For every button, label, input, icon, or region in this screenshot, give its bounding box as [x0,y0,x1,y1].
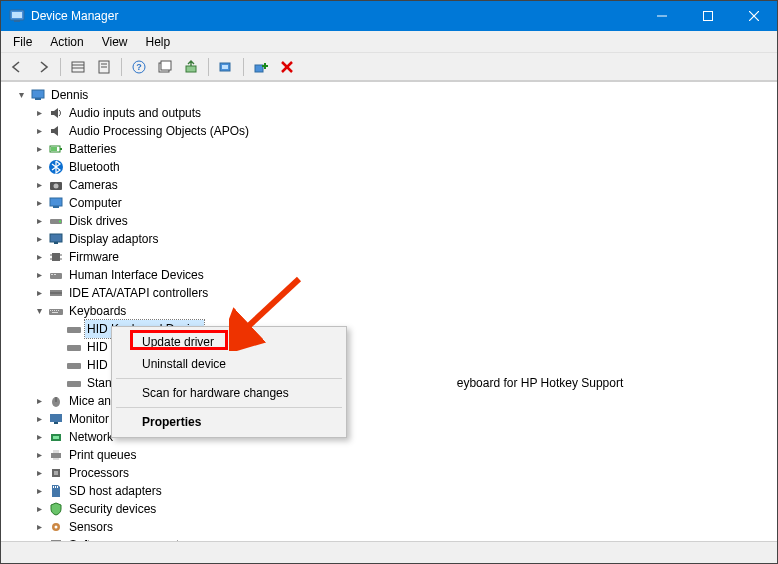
add-legacy-button[interactable] [249,56,273,78]
chevron-right-icon[interactable]: ▸ [33,521,45,533]
update-driver-button[interactable] [179,56,203,78]
ctx-update-driver[interactable]: Update driver [114,331,344,353]
svg-rect-69 [53,486,54,488]
chip-icon [48,249,64,265]
svg-rect-53 [52,312,58,313]
uninstall-button[interactable] [275,56,299,78]
svg-rect-66 [53,458,59,460]
ctx-uninstall[interactable]: Uninstall device [114,353,344,375]
cat-cameras[interactable]: ▸Cameras [3,176,775,194]
cat-firmware[interactable]: ▸Firmware [3,248,775,266]
svg-rect-20 [255,65,263,72]
menu-bar: File Action View Help [1,31,777,53]
svg-rect-16 [161,61,171,70]
camera-icon [48,177,64,193]
chevron-right-icon[interactable]: ▸ [33,269,45,281]
mouse-icon [48,393,64,409]
menu-view[interactable]: View [94,33,136,51]
svg-rect-51 [56,310,57,311]
svg-rect-48 [50,310,51,311]
keyboard-icon [48,303,64,319]
svg-rect-26 [60,148,62,150]
maximize-button[interactable] [685,1,731,31]
svg-rect-2 [14,20,20,22]
cat-apo[interactable]: ▸Audio Processing Objects (APOs) [3,122,775,140]
title-bar: Device Manager [1,1,777,31]
device-partial-label: eyboard for HP Hotkey Support [457,374,624,392]
svg-rect-52 [58,310,59,311]
chevron-right-icon[interactable]: ▸ [33,413,45,425]
ctx-scan[interactable]: Scan for hardware changes [114,382,344,404]
svg-rect-63 [53,436,59,439]
ctx-separator [116,378,342,379]
status-bar [1,541,777,563]
svg-rect-32 [53,206,59,208]
chevron-right-icon[interactable]: ▸ [33,107,45,119]
ctx-properties[interactable]: Properties [114,411,344,433]
menu-action[interactable]: Action [42,33,91,51]
svg-rect-27 [51,147,57,151]
device-tree-pane[interactable]: ▾ Dennis ▸Audio inputs and outputs ▸Audi… [1,81,777,541]
cat-keyboards[interactable]: ▾Keyboards [3,302,775,320]
tree-root[interactable]: ▾ Dennis [3,86,775,104]
menu-file[interactable]: File [5,33,40,51]
printer-icon [48,447,64,463]
cat-sensors[interactable]: ▸Sensors [3,518,775,536]
toolbar: ? [1,53,777,81]
chevron-right-icon[interactable]: ▸ [33,125,45,137]
display-icon [48,231,64,247]
show-hide-tree-button[interactable] [66,56,90,78]
chevron-right-icon[interactable]: ▸ [33,251,45,263]
chevron-right-icon[interactable]: ▸ [33,431,45,443]
cat-computer[interactable]: ▸Computer [3,194,775,212]
cat-processors[interactable]: ▸Processors [3,464,775,482]
action-button[interactable] [153,56,177,78]
cat-audio-io[interactable]: ▸Audio inputs and outputs [3,104,775,122]
chevron-right-icon[interactable]: ▸ [33,233,45,245]
ctx-separator [116,407,342,408]
cat-ide[interactable]: ▸IDE ATA/ATAPI controllers [3,284,775,302]
chevron-right-icon[interactable]: ▸ [33,395,45,407]
chevron-down-icon[interactable]: ▾ [15,89,27,101]
disk-icon [48,213,64,229]
cat-security[interactable]: ▸Security devices [3,500,775,518]
back-button[interactable] [5,56,29,78]
cat-printq[interactable]: ▸Print queues [3,446,775,464]
minimize-button[interactable] [639,1,685,31]
cat-hid[interactable]: ▸Human Interface Devices [3,266,775,284]
scan-hardware-button[interactable] [214,56,238,78]
cat-disk[interactable]: ▸Disk drives [3,212,775,230]
cat-display[interactable]: ▸Display adaptors [3,230,775,248]
window-controls [639,1,777,31]
chevron-right-icon[interactable]: ▸ [33,485,45,497]
svg-rect-70 [55,486,56,488]
svg-rect-1 [12,12,22,18]
speaker-icon [48,105,64,121]
chevron-right-icon[interactable]: ▸ [33,179,45,191]
chevron-right-icon[interactable]: ▸ [33,161,45,173]
close-button[interactable] [731,1,777,31]
context-menu: Update driver Uninstall device Scan for … [111,326,347,438]
chevron-right-icon[interactable]: ▸ [33,503,45,515]
cat-batteries[interactable]: ▸Batteries [3,140,775,158]
app-icon [9,8,25,24]
cat-bluetooth[interactable]: ▸Bluetooth [3,158,775,176]
properties-button[interactable] [92,56,116,78]
chevron-down-icon[interactable]: ▾ [33,305,45,317]
chevron-right-icon[interactable]: ▸ [33,467,45,479]
keyboard-icon [66,321,82,337]
help-button[interactable]: ? [127,56,151,78]
cat-sdhost[interactable]: ▸SD host adapters [3,482,775,500]
svg-rect-7 [72,62,84,72]
svg-rect-43 [51,274,53,275]
svg-rect-17 [186,66,196,72]
svg-rect-61 [54,422,58,424]
forward-button[interactable] [31,56,55,78]
svg-point-73 [55,526,58,529]
chevron-right-icon[interactable]: ▸ [33,287,45,299]
chevron-right-icon[interactable]: ▸ [33,143,45,155]
chevron-right-icon[interactable]: ▸ [33,449,45,461]
chevron-right-icon[interactable]: ▸ [33,197,45,209]
menu-help[interactable]: Help [138,33,179,51]
chevron-right-icon[interactable]: ▸ [33,215,45,227]
